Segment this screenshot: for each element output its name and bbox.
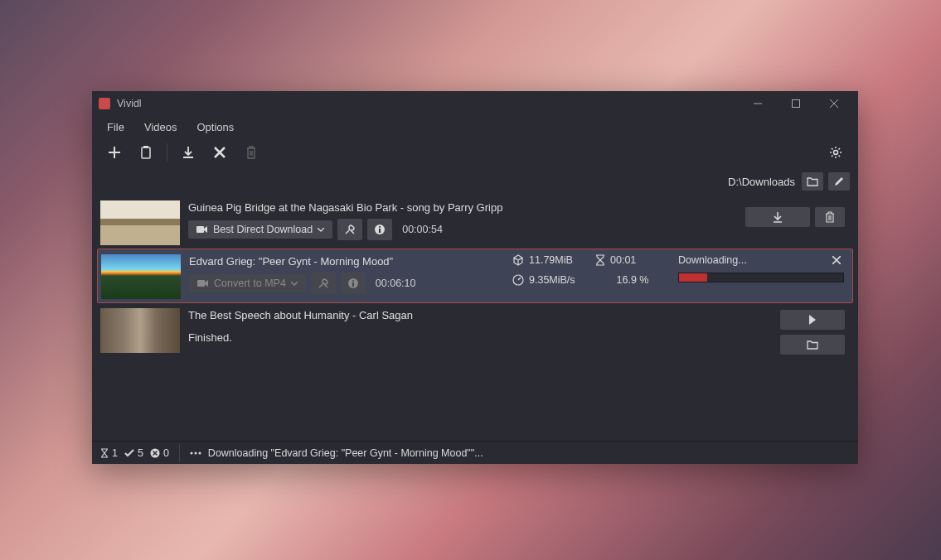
menubar: File Videos Options bbox=[92, 116, 858, 138]
status-message: Downloading "Edvard Grieg: "Peer Gynt - … bbox=[208, 447, 483, 459]
status-label: Finished. bbox=[188, 331, 850, 344]
percent-stat: 16.9 % bbox=[595, 274, 670, 286]
video-item[interactable]: The Best Speech about Humanity - Carl Sa… bbox=[97, 303, 853, 356]
app-title: Vividl bbox=[117, 98, 142, 109]
camera-icon bbox=[196, 225, 208, 234]
svg-rect-4 bbox=[196, 226, 204, 233]
minimize-button[interactable] bbox=[739, 91, 777, 116]
app-logo-icon bbox=[99, 98, 110, 109]
svg-rect-0 bbox=[793, 100, 800, 108]
download-item-button[interactable] bbox=[745, 207, 810, 227]
cancel-download-button[interactable] bbox=[829, 254, 844, 266]
browse-folder-button[interactable] bbox=[802, 172, 823, 191]
titlebar: Vividl bbox=[92, 91, 858, 116]
format-dropdown[interactable]: Best Direct Download bbox=[188, 220, 332, 239]
svg-point-10 bbox=[352, 280, 354, 282]
chevron-down-icon bbox=[318, 228, 324, 232]
duration-label: 00:06:10 bbox=[376, 278, 416, 289]
edit-path-button[interactable] bbox=[828, 172, 850, 191]
svg-rect-2 bbox=[143, 146, 148, 148]
thumbnail bbox=[101, 254, 181, 299]
play-button[interactable] bbox=[780, 310, 845, 330]
download-path-label: D:\Downloads bbox=[728, 176, 795, 188]
hourglass-icon bbox=[100, 448, 109, 458]
remove-item-button[interactable] bbox=[815, 207, 845, 227]
svg-rect-7 bbox=[379, 229, 381, 233]
svg-rect-8 bbox=[197, 280, 205, 287]
paste-button[interactable] bbox=[132, 140, 160, 165]
delete-button[interactable] bbox=[237, 140, 265, 165]
duration-label: 00:00:54 bbox=[402, 224, 443, 235]
video-title: The Best Speech about Humanity - Carl Sa… bbox=[188, 309, 850, 321]
add-button[interactable] bbox=[100, 140, 129, 165]
tools-button[interactable] bbox=[337, 219, 362, 240]
format-label: Convert to MP4 bbox=[214, 278, 286, 289]
gauge-icon bbox=[512, 274, 524, 286]
svg-point-15 bbox=[194, 451, 196, 454]
app-window: Vividl File Videos Options bbox=[92, 91, 858, 464]
statusbar: 1 5 0 Downloading "Edvard Grieg: "Peer G… bbox=[92, 441, 858, 464]
error-icon bbox=[150, 448, 160, 458]
camera-icon bbox=[197, 279, 209, 287]
more-icon bbox=[190, 451, 201, 455]
toolbar bbox=[92, 138, 858, 167]
failed-count: 0 bbox=[150, 447, 169, 459]
svg-rect-1 bbox=[142, 147, 150, 158]
cancel-all-button[interactable] bbox=[206, 140, 234, 165]
video-list: Guinea Pig Bridge at the Nagasaki Bio Pa… bbox=[92, 196, 858, 441]
video-item[interactable]: Edvard Grieg: "Peer Gynt - Morning Mood"… bbox=[97, 249, 853, 303]
open-folder-button[interactable] bbox=[780, 335, 845, 355]
svg-rect-11 bbox=[352, 282, 354, 287]
thumbnail bbox=[100, 308, 180, 353]
svg-point-3 bbox=[834, 151, 838, 155]
download-status-label: Downloading... bbox=[678, 254, 747, 266]
speed-stat: 9.35MiB/s bbox=[512, 274, 587, 286]
svg-point-14 bbox=[190, 451, 192, 454]
close-button[interactable] bbox=[815, 91, 853, 116]
cube-icon bbox=[512, 254, 524, 266]
check-icon bbox=[124, 449, 134, 457]
format-dropdown[interactable]: Convert to MP4 bbox=[189, 274, 306, 292]
menu-videos[interactable]: Videos bbox=[136, 118, 186, 136]
pending-count: 1 bbox=[100, 447, 118, 459]
download-all-button[interactable] bbox=[174, 140, 202, 165]
chevron-down-icon bbox=[291, 282, 298, 286]
menu-options[interactable]: Options bbox=[188, 118, 242, 136]
tools-button[interactable] bbox=[311, 273, 336, 294]
video-item[interactable]: Guinea Pig Bridge at the Nagasaki Bio Pa… bbox=[97, 196, 853, 249]
thumbnail bbox=[100, 200, 180, 245]
info-button[interactable] bbox=[367, 219, 392, 240]
done-count: 5 bbox=[124, 447, 143, 459]
eta-stat: 00:01 bbox=[595, 254, 670, 266]
size-stat: 11.79MiB bbox=[512, 254, 587, 266]
pathbar: D:\Downloads bbox=[92, 167, 858, 196]
settings-button[interactable] bbox=[822, 140, 850, 165]
svg-point-6 bbox=[379, 226, 381, 228]
progress-bar bbox=[678, 273, 844, 282]
menu-file[interactable]: File bbox=[99, 118, 133, 136]
svg-point-16 bbox=[198, 451, 201, 454]
hourglass-icon bbox=[595, 254, 605, 266]
info-button[interactable] bbox=[341, 273, 366, 294]
maximize-button[interactable] bbox=[777, 91, 815, 116]
format-label: Best Direct Download bbox=[213, 224, 313, 235]
